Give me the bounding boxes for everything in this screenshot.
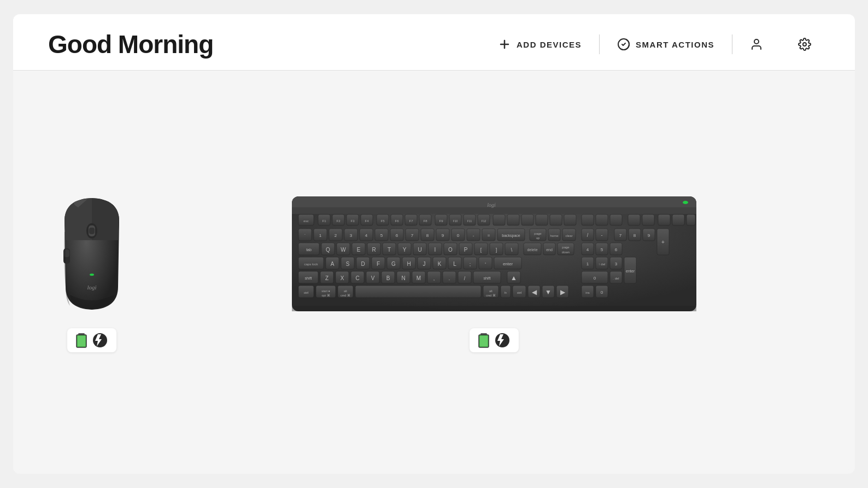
svg-text:-: -: [601, 233, 603, 238]
svg-rect-58: [658, 214, 670, 225]
svg-text:=: =: [488, 233, 490, 238]
svg-text:-: -: [473, 233, 474, 238]
user-button[interactable]: [732, 38, 781, 51]
svg-text:3: 3: [615, 262, 618, 266]
settings-button[interactable]: [781, 38, 829, 51]
svg-text:]: ]: [496, 247, 497, 253]
svg-rect-239: [292, 306, 696, 311]
smart-actions-button[interactable]: SMART ACTIONS: [600, 38, 732, 51]
svg-text:ins: ins: [585, 291, 590, 294]
svg-text:home: home: [550, 234, 559, 237]
user-icon: [750, 38, 763, 51]
svg-rect-56: [628, 214, 640, 225]
mouse-bolt-icon: [92, 333, 108, 348]
main-content: logi: [13, 71, 855, 470]
svg-text:5: 5: [601, 247, 603, 252]
svg-text:;: ;: [470, 262, 471, 267]
svg-text:F5: F5: [380, 219, 385, 223]
svg-point-10: [90, 274, 94, 276]
mouse-battery-icon: [76, 333, 87, 348]
plus-icon: [498, 38, 511, 51]
svg-text:◀: ◀: [532, 288, 537, 296]
svg-text:backspace: backspace: [502, 234, 520, 238]
svg-text:delete: delete: [527, 248, 537, 252]
svg-rect-54: [596, 214, 608, 225]
svg-text:esc: esc: [303, 219, 308, 223]
svg-text:': ': [485, 262, 486, 267]
svg-text:7: 7: [619, 233, 622, 238]
keyboard-device[interactable]: logi esc F1 F2 F3 F4 F5 F6: [168, 188, 820, 352]
svg-text:6: 6: [615, 247, 618, 252]
svg-text:2: 2: [335, 233, 337, 238]
svg-text:L: L: [453, 261, 456, 267]
svg-text:7: 7: [411, 233, 414, 238]
svg-text:ctrl: ctrl: [517, 291, 521, 294]
svg-text:U: U: [418, 247, 421, 253]
svg-text:K: K: [438, 261, 442, 267]
svg-text:enter: enter: [503, 262, 513, 266]
svg-text:H: H: [407, 261, 410, 267]
svg-text:alt: alt: [489, 289, 492, 293]
svg-text:4: 4: [587, 247, 589, 252]
svg-text:,: ,: [433, 276, 435, 281]
svg-text:R: R: [372, 247, 376, 253]
svg-text:caps lock: caps lock: [304, 263, 318, 266]
svg-text:Q: Q: [326, 247, 330, 253]
svg-text:shift: shift: [484, 276, 491, 280]
svg-text:end: end: [546, 248, 553, 252]
svg-rect-60: [687, 214, 695, 225]
svg-text:9: 9: [648, 233, 650, 238]
svg-text:G: G: [391, 261, 396, 267]
svg-text:enter: enter: [626, 269, 635, 273]
svg-text:3: 3: [350, 233, 353, 238]
svg-text:`: `: [304, 234, 306, 237]
svg-rect-50: [536, 214, 548, 225]
header: Good Morning ADD DEVICES SMART ACTIONS: [13, 14, 855, 71]
svg-text:D: D: [361, 261, 365, 267]
svg-rect-47: [493, 214, 505, 225]
svg-text:cmd ⌘: cmd ⌘: [486, 294, 496, 297]
svg-rect-221: [355, 286, 481, 298]
svg-text:▶: ▶: [560, 288, 566, 296]
svg-text:F11: F11: [467, 219, 472, 223]
svg-text:O: O: [448, 247, 453, 253]
svg-text:up: up: [536, 236, 540, 240]
svg-text:clear: clear: [565, 234, 572, 237]
svg-text:page: page: [562, 246, 570, 249]
keyboard-indicators: [470, 328, 519, 352]
svg-text:. del: . del: [613, 277, 619, 280]
svg-text:ctrl: ctrl: [304, 291, 308, 294]
svg-text:0: 0: [594, 276, 596, 281]
svg-text:0: 0: [601, 290, 603, 295]
svg-text:F3: F3: [350, 219, 355, 223]
svg-text:page: page: [534, 232, 542, 235]
svg-text:5: 5: [380, 233, 383, 238]
svg-text:F2: F2: [336, 219, 341, 223]
svg-rect-14: [78, 336, 85, 346]
svg-text:E: E: [357, 247, 361, 253]
svg-text:cmd ⌘: cmd ⌘: [341, 294, 350, 297]
svg-text:V: V: [371, 275, 375, 281]
svg-text:T: T: [388, 247, 391, 253]
add-devices-button[interactable]: ADD DEVICES: [480, 38, 599, 51]
svg-text:8: 8: [634, 233, 636, 238]
svg-text:F6: F6: [395, 219, 399, 223]
svg-text:4: 4: [365, 233, 368, 238]
svg-text:F7: F7: [409, 219, 413, 223]
svg-text:logi: logi: [487, 202, 496, 208]
mouse-indicators: [67, 328, 116, 352]
svg-text:Y: Y: [403, 247, 407, 253]
svg-text:+: +: [661, 239, 665, 245]
smart-actions-label: SMART ACTIONS: [636, 40, 714, 49]
mouse-device[interactable]: logi: [48, 188, 136, 352]
svg-text:tab: tab: [306, 248, 312, 252]
mouse-image: logi: [48, 188, 136, 319]
svg-rect-59: [672, 214, 684, 225]
svg-text:6: 6: [396, 233, 398, 238]
svg-text:▲: ▲: [511, 274, 517, 282]
svg-text:↑ del: ↑ del: [599, 263, 606, 266]
svg-rect-57: [642, 214, 654, 225]
svg-text:F9: F9: [439, 219, 443, 223]
svg-text:W: W: [341, 247, 346, 253]
svg-rect-48: [507, 214, 519, 225]
